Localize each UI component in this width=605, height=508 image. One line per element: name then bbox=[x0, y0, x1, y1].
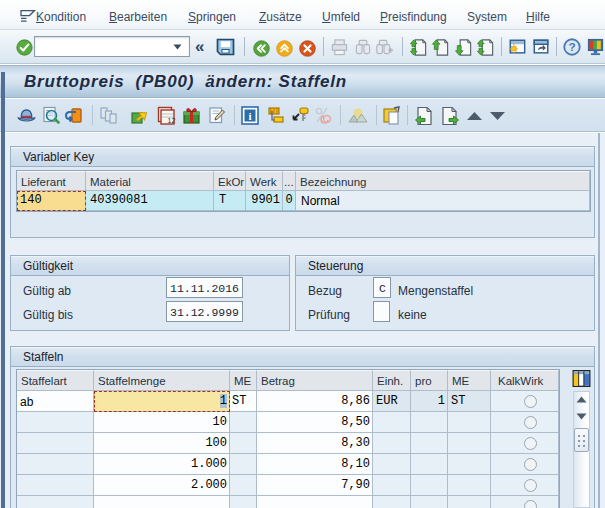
svg-text:i: i bbox=[248, 110, 251, 122]
svg-text:12: 12 bbox=[168, 117, 176, 124]
svg-text:?: ? bbox=[568, 40, 575, 53]
